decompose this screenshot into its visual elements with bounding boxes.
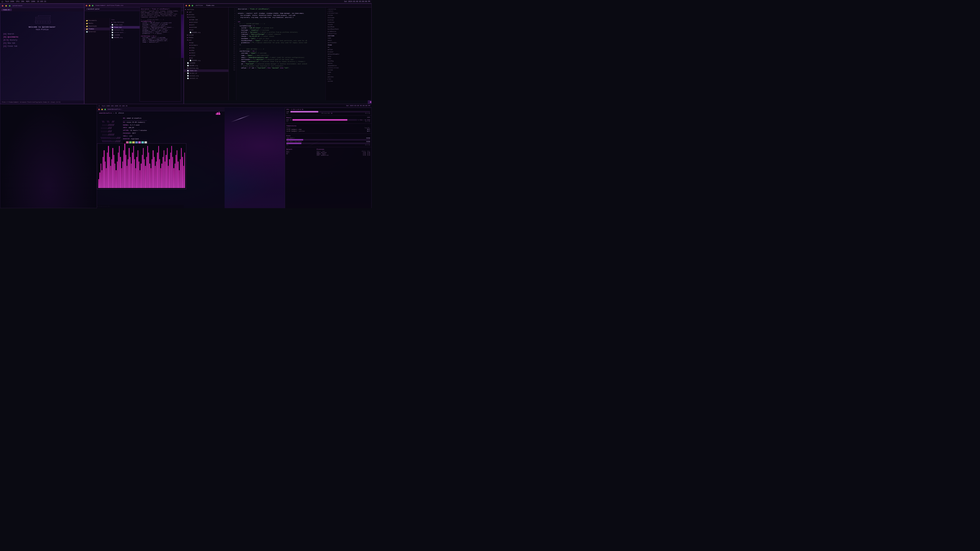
win-max[interactable] <box>9 5 11 6</box>
neo-max-btn[interactable] <box>104 109 106 110</box>
spec-bars-container <box>97 144 186 189</box>
ed-outline-wm[interactable]: wm <box>326 46 371 48</box>
fm-sidebar-themes[interactable]: 📁Themes <box>84 27 110 30</box>
ed-tree-themes[interactable]: ▶ themes <box>184 36 228 39</box>
ed-tree-style[interactable]: ▶ style <box>184 54 228 57</box>
ed-outline-np-name[interactable]: name <box>326 71 371 73</box>
qb-menu-history[interactable]: [S h] History <box>3 39 81 42</box>
ed-outline-system[interactable]: system <box>326 14 371 17</box>
ed-tree-flakenix[interactable]: 📄 flake.nix <box>184 69 228 72</box>
fm-sidebar-documents[interactable]: 📁Documents <box>84 19 110 22</box>
sm-disks-section: Disks /dev/dm-0 / 504GB /dev/dm-0 /nix/s… <box>285 134 371 146</box>
ed-outline-bootmount[interactable]: bootMountPath <box>326 28 371 30</box>
spec-bar-30 <box>131 164 132 188</box>
ed-tree-pkgs[interactable]: ▶ pkgs <box>184 49 228 52</box>
ed-outline-locale[interactable]: locale <box>326 24 371 26</box>
ed-tree-readme-profiles[interactable]: 📄 README.org <box>184 31 228 34</box>
ed-outline-spawnedit[interactable]: spawnEditor <box>326 65 371 67</box>
ed-outline-editor[interactable]: editor <box>326 62 371 65</box>
ed-outline-np-src[interactable]: src <box>326 73 371 76</box>
sm-proc-3-pid: 3150 <box>317 155 320 156</box>
ed-outline-pkgs-system[interactable]: system <box>326 80 371 83</box>
spec-bar-7 <box>106 168 107 188</box>
ed-tree-wm[interactable]: ▶ wm <box>184 57 228 59</box>
ed-tree-homelab[interactable]: ▶ home lab <box>184 18 228 21</box>
ed-outline-grubdevice[interactable]: grubDevice <box>326 30 371 33</box>
ed-tree-wsl[interactable]: ▶ wsl <box>184 29 228 31</box>
neo-title-label: emmet@snowfire:~ <box>107 108 122 110</box>
fm-max-btn[interactable] <box>92 5 94 6</box>
ed-tree-installsh[interactable]: 📄 install.sh <box>184 77 228 79</box>
spec-bar-39 <box>141 164 142 188</box>
neo-packages: PACKAGES: 3577 <box>123 132 147 135</box>
ed-tree-app[interactable]: ▶ app <box>184 41 228 44</box>
sm-cpu-bar <box>290 111 370 113</box>
neo-min-btn[interactable] <box>101 109 103 110</box>
qb-menu-quickmarks[interactable]: [b] Quickmarks <box>3 36 81 39</box>
sm-temp-junction: card0 (amdgpu): junction 58°C <box>286 130 370 132</box>
ed-tree-root[interactable]: ▼ .dotfiles <box>184 8 228 11</box>
ed-tree-git[interactable]: ▶ .git <box>184 11 228 13</box>
spec-bar-20 <box>120 157 121 188</box>
ed-outline-np-patches[interactable]: patches <box>326 76 371 78</box>
ed-outline-wmtype[interactable]: wmType <box>326 48 371 51</box>
ed-tree-patches[interactable]: ▶ patches <box>184 13 228 16</box>
ed-tree-system[interactable]: ▶ system <box>184 34 228 36</box>
fm-code-preview: description = "Flake of LibrePhoenix"; o… <box>140 7 181 102</box>
ed-tree-license[interactable]: 📄 LICENSE <box>184 62 228 64</box>
ed-tree-hardware[interactable]: ▶ hardware <box>184 44 228 46</box>
ed-tree-installorg[interactable]: 📄 install.org <box>184 75 228 77</box>
ed-tree-personal[interactable]: ▶ personal <box>184 21 228 24</box>
ed-outline-defaultroam[interactable]: defaultRoamDir <box>326 53 371 56</box>
fm-sidebar-external[interactable]: 💿External <box>84 30 110 33</box>
ed-tree-worklab[interactable]: ▶ worklab <box>184 26 228 29</box>
fm-sidebar-media[interactable]: 📁Media <box>84 22 110 25</box>
fm-sidebar-downloads[interactable]: 📁Downloads <box>84 25 110 27</box>
bottom-time: Sat 2024-03-09 05:06:00 PM <box>346 105 370 106</box>
ed-outline-np-system[interactable]: system <box>326 69 371 71</box>
ed-outline-name[interactable]: name <box>326 37 371 39</box>
ed-min-btn[interactable] <box>189 5 190 6</box>
spec-bar-23 <box>123 150 124 188</box>
ed-tree-user[interactable]: ▼ user <box>184 39 228 41</box>
ed-outline-hostname[interactable]: hostname <box>326 17 371 19</box>
ed-tree-readme-root[interactable]: 📄 README.org <box>184 64 228 67</box>
ed-outline-term[interactable]: term <box>326 56 371 58</box>
ed-outline-font[interactable]: font <box>326 58 371 60</box>
sm-cpu-bar-fill <box>290 111 318 113</box>
ed-outline-theme[interactable]: theme <box>326 44 371 46</box>
spec-bar-70 <box>175 164 175 188</box>
ed-tree-shell[interactable]: ▶ shell <box>184 52 228 54</box>
fm-close-btn[interactable] <box>86 5 87 6</box>
ed-outline-browser[interactable]: browser <box>326 51 371 53</box>
ed-outline-email[interactable]: email <box>326 39 371 41</box>
neo-close-btn[interactable] <box>98 109 100 110</box>
fm-min-btn[interactable] <box>89 5 90 6</box>
ed-tree-profiles[interactable]: ▼ profiles <box>184 16 228 18</box>
ed-max-btn[interactable] <box>192 5 193 6</box>
ed-tree-readme-user[interactable]: 📄 README.org <box>184 59 228 62</box>
outline-outputs-icon: ▸ <box>327 11 328 12</box>
ed-outline-profile[interactable]: profile <box>326 19 371 21</box>
ed-outline-dotfilesdir[interactable]: dotfilesDir <box>326 41 371 44</box>
folder-icon: 📁 <box>86 20 88 22</box>
qb-menu-closetab[interactable]: [x] Close tab <box>3 45 81 48</box>
win-min[interactable] <box>5 5 7 6</box>
ed-tree-hardensh[interactable]: 📄 harden.sh <box>184 72 228 75</box>
ed-tree-work[interactable]: ▶ work <box>184 24 228 26</box>
ed-status-file: 🟣 <box>370 101 372 103</box>
win-close[interactable] <box>2 5 3 6</box>
qb-menu-search[interactable]: [o] Search <box>3 33 81 36</box>
ed-outline-fontpkg[interactable]: fontPkg <box>326 60 371 62</box>
topbar-right: Sat 2024-03-09 05:06:00 PM <box>344 1 370 3</box>
ed-outline-timezone[interactable]: timezone <box>326 21 371 24</box>
qb-menu-newtab[interactable]: [t] New tab <box>3 42 81 45</box>
ed-outline-bootmode[interactable]: bootMode <box>326 26 371 28</box>
ed-tree-lang[interactable]: ▶ lang <box>184 46 228 49</box>
ed-active-file: flake.nix <box>206 5 214 6</box>
sm-cpu-avg: CPU-live AVG: 10 <box>321 113 332 114</box>
qb-tab-active[interactable]: home.ht <box>1 9 12 11</box>
ed-tree-desktop[interactable]: 🖼 desktop.png <box>184 67 228 69</box>
ed-close-btn[interactable] <box>186 5 187 6</box>
ed-outline-username[interactable]: username <box>326 35 371 37</box>
